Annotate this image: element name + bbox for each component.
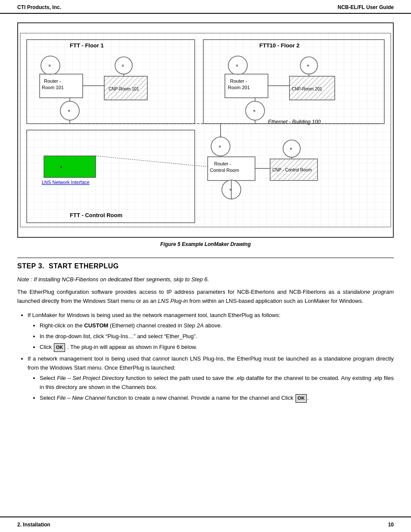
svg-text:Room 201: Room 201 (228, 85, 250, 90)
sub-bullet-1-1: Right-click on the CUSTOM (Ethernet) cha… (40, 321, 394, 330)
svg-text:FTT - Floor 1: FTT - Floor 1 (70, 42, 104, 49)
sub-bullet-1-2: In the drop-down list, click “Plug-Ins…”… (40, 332, 394, 341)
svg-text:Router -: Router - (214, 161, 231, 166)
ok-badge-2: OK (296, 394, 307, 403)
svg-text:×: × (60, 165, 62, 169)
figure-container: FTT - Floor 1 FTT10 - Floor 2 FTT - Cont… (17, 22, 394, 238)
bullet-item-1: If LonMaker for Windows is being used as… (28, 311, 394, 352)
step-intro: The EtherPlug configuration software pro… (17, 288, 394, 306)
svg-rect-42 (44, 156, 96, 177)
svg-text:CNP-Room 101: CNP-Room 101 (109, 87, 139, 91)
svg-text:Control Room: Control Room (210, 168, 239, 173)
footer-left: 2. Installation (17, 522, 50, 528)
sub-bullet-2-1: Select File – Set Project Directory func… (40, 374, 394, 392)
sub-bullet-2-2: Select File – New Channel function to cr… (40, 394, 394, 403)
svg-text:×: × (48, 63, 51, 68)
step-number: Step 3. Start EtherPlug (17, 262, 119, 270)
page-content: FTT - Floor 1 FTT10 - Floor 2 FTT - Cont… (0, 14, 411, 416)
figure-caption: Figure 5 Example LonMaker Drawing (17, 241, 394, 247)
svg-text:×: × (253, 108, 255, 113)
sub-bullet-1-3: Click OK . The plug-in will appear as sh… (40, 343, 394, 352)
header-left: CTI Products, Inc. (17, 4, 61, 10)
ok-badge-1: OK (54, 343, 65, 352)
svg-text:FTT - Control Room: FTT - Control Room (70, 212, 122, 218)
step-note: Note : If installing NCB-Fiberlons on de… (17, 276, 394, 283)
page-header: CTI Products, Inc. NCB-EL/FL User Guide (0, 0, 411, 14)
bullet-item-2: If a network management tool is being us… (28, 355, 394, 403)
custom-label: CUSTOM (84, 322, 108, 329)
svg-text:×: × (290, 146, 292, 151)
sub-bullet-list-1: Right-click on the CUSTOM (Ethernet) cha… (40, 321, 394, 352)
section-divider (17, 258, 394, 258)
svg-text:×: × (121, 63, 124, 68)
sub-bullet-list-2: Select File – Set Project Directory func… (40, 374, 394, 402)
svg-text:Router -: Router - (230, 78, 247, 84)
svg-text:CNP-Room 201: CNP-Room 201 (292, 87, 322, 91)
diagram-svg: FTT - Floor 1 FTT10 - Floor 2 FTT - Cont… (18, 23, 393, 237)
page-footer: 2. Installation 10 (0, 516, 411, 532)
svg-text:LNS Network Interface: LNS Network Interface (42, 180, 90, 185)
svg-text:×: × (68, 108, 70, 113)
svg-text:FTT10 - Floor 2: FTT10 - Floor 2 (259, 42, 299, 49)
svg-text:×: × (218, 144, 221, 149)
svg-text:Ethernet - Building 100: Ethernet - Building 100 (268, 119, 321, 125)
svg-text:×: × (307, 63, 309, 68)
step-heading: Step 3. Start EtherPlug (17, 262, 394, 270)
svg-text:Router -: Router - (44, 78, 61, 84)
main-bullet-list: If LonMaker for Windows is being used as… (28, 311, 394, 403)
svg-text:×: × (236, 63, 238, 68)
header-right: NCB-EL/FL User Guide (338, 4, 394, 10)
footer-right: 10 (388, 522, 394, 528)
svg-text:CNP - Control Room: CNP - Control Room (272, 168, 312, 172)
svg-text:Room 101: Room 101 (42, 85, 64, 90)
